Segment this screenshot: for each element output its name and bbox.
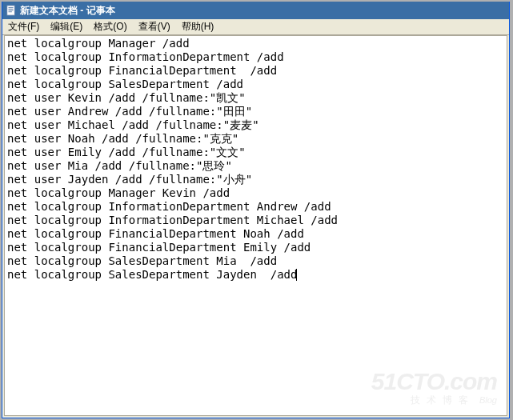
text-cursor [296, 269, 297, 281]
text-area-frame: net localgroup Manager /addnet localgrou… [4, 35, 507, 416]
title-bar[interactable]: 新建文本文档 - 记事本 [2, 2, 509, 19]
text-line: net localgroup SalesDepartment Mia /add [7, 254, 504, 268]
notepad-icon [6, 5, 17, 16]
text-line: net localgroup FinancialDepartment Emily… [7, 241, 504, 254]
window-title: 新建文本文档 - 记事本 [20, 4, 115, 18]
text-line: net user Jayden /add /fullname:"小舟" [7, 173, 504, 186]
text-line: net localgroup InformationDepartment Mic… [7, 214, 504, 227]
text-line: net localgroup Manager Kevin /add [7, 186, 504, 200]
text-line: net localgroup SalesDepartment Jayden /a… [7, 268, 504, 282]
text-line: net localgroup InformationDepartment /ad… [7, 50, 504, 64]
menu-edit[interactable]: 编辑(E) [45, 18, 88, 35]
text-line: net user Michael /add /fullname:"麦麦" [7, 118, 504, 132]
text-line: net localgroup SalesDepartment /add [7, 78, 504, 91]
notepad-window: 新建文本文档 - 记事本 文件(F) 编辑(E) 格式(O) 查看(V) 帮助(… [2, 2, 510, 418]
menu-file[interactable]: 文件(F) [2, 18, 45, 35]
text-line: net user Emily /add /fullname:"文文" [7, 146, 504, 159]
menu-view[interactable]: 查看(V) [133, 18, 176, 35]
text-line: net localgroup Manager /add [7, 37, 504, 50]
text-line: net user Noah /add /fullname:"克克" [7, 132, 504, 146]
text-area[interactable]: net localgroup Manager /addnet localgrou… [5, 36, 507, 415]
text-line: net localgroup FinancialDepartment /add [7, 64, 504, 78]
text-line: net localgroup InformationDepartment And… [7, 200, 504, 214]
menu-help[interactable]: 帮助(H) [176, 18, 220, 35]
text-line: net localgroup FinancialDepartment Noah … [7, 227, 504, 241]
text-line: net user Mia /add /fullname:"思玲" [7, 159, 504, 173]
text-line: net user Kevin /add /fullname:"凯文" [7, 91, 504, 105]
menu-bar: 文件(F) 编辑(E) 格式(O) 查看(V) 帮助(H) [2, 19, 509, 35]
text-line: net user Andrew /add /fullname:"田田" [7, 105, 504, 118]
menu-format[interactable]: 格式(O) [88, 18, 132, 35]
